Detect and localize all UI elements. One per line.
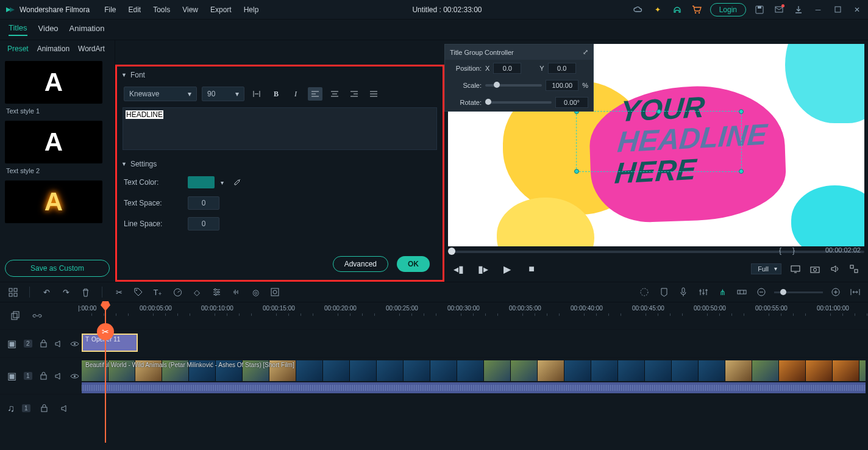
duplicate-icon[interactable]: [9, 309, 22, 323]
layout-icon[interactable]: [6, 285, 20, 299]
headset-icon[interactable]: [669, 1, 686, 18]
text-space-input[interactable]: 0: [188, 196, 219, 210]
cloud-icon[interactable]: [630, 1, 647, 18]
rotate-slider[interactable]: [485, 101, 552, 104]
mute-icon[interactable]: [55, 370, 63, 383]
align-left-icon[interactable]: [308, 87, 322, 101]
advanced-button[interactable]: Advanced: [333, 256, 388, 272]
render-icon[interactable]: [638, 285, 651, 299]
align-center-icon[interactable]: [327, 87, 342, 101]
lock-icon[interactable]: [38, 402, 51, 415]
rotate-input[interactable]: 0.00°: [555, 97, 588, 108]
subtab-wordart[interactable]: WordArt: [78, 45, 105, 53]
font-section-header[interactable]: ▼ Font: [121, 67, 438, 83]
add-text-icon[interactable]: T₊: [151, 285, 165, 299]
menu-export[interactable]: Export: [204, 5, 238, 14]
lock-icon[interactable]: [40, 370, 48, 383]
visibility-icon[interactable]: [70, 337, 79, 351]
font-family-dropdown[interactable]: Knewave ▾: [124, 87, 197, 101]
menu-tools[interactable]: Tools: [147, 5, 176, 14]
subtab-preset[interactable]: Preset: [7, 45, 29, 53]
text-color-swatch[interactable]: [188, 176, 215, 188]
login-button[interactable]: Login: [710, 3, 746, 16]
window-close-icon[interactable]: ✕: [848, 1, 866, 18]
scale-input[interactable]: 100.00: [546, 80, 578, 91]
italic-icon[interactable]: I: [288, 87, 303, 101]
volume-icon[interactable]: [829, 263, 840, 274]
zoom-slider[interactable]: [774, 291, 823, 293]
title-group-controller[interactable]: Title Group Controller ⤢ Position: X 0.0…: [444, 44, 594, 112]
selection-box[interactable]: [576, 111, 742, 172]
playhead[interactable]: ✂: [105, 302, 106, 443]
position-x-input[interactable]: 0.0: [493, 63, 521, 74]
save-as-custom-button[interactable]: Save as Custom: [5, 260, 110, 277]
preset-card-2[interactable]: A: [5, 121, 102, 163]
menu-edit[interactable]: Edit: [123, 5, 148, 14]
text-input-area[interactable]: HEADLINE: [123, 107, 437, 150]
preset-card-3[interactable]: A: [5, 180, 102, 223]
fullscreen-icon[interactable]: [848, 263, 859, 274]
redo-icon[interactable]: ↷: [59, 285, 73, 299]
ok-button[interactable]: OK: [397, 256, 430, 272]
align-justify-icon[interactable]: [366, 87, 381, 101]
collapse-icon[interactable]: ⤢: [583, 48, 588, 56]
snapshot-icon[interactable]: [809, 263, 820, 274]
settings-section-header[interactable]: ▼ Settings: [121, 156, 438, 172]
align-right-icon[interactable]: [347, 87, 361, 101]
prev-frame-icon[interactable]: ◂▮: [453, 263, 464, 274]
quality-dropdown[interactable]: Full: [751, 263, 781, 274]
snap-icon[interactable]: ⋔: [716, 285, 729, 299]
menu-file[interactable]: File: [98, 5, 122, 14]
greenscreen-icon[interactable]: [268, 285, 282, 299]
eyedropper-icon[interactable]: [230, 176, 244, 189]
save-icon[interactable]: [751, 1, 768, 18]
adjust-icon[interactable]: [210, 285, 223, 299]
bold-icon[interactable]: B: [269, 87, 283, 101]
preset-card-1[interactable]: A: [5, 61, 102, 104]
mute-icon[interactable]: [55, 337, 63, 351]
stop-icon[interactable]: ■: [526, 263, 537, 274]
play-icon[interactable]: ▶: [502, 263, 513, 274]
zoom-fit-icon[interactable]: [848, 285, 862, 299]
lock-icon[interactable]: [40, 337, 48, 351]
visibility-icon[interactable]: [70, 370, 79, 383]
cart-icon[interactable]: [688, 1, 705, 18]
mixer-icon[interactable]: [696, 285, 710, 299]
keyframe-icon[interactable]: ◎: [249, 285, 262, 299]
menu-help[interactable]: Help: [238, 5, 265, 14]
message-icon[interactable]: [770, 1, 788, 18]
audio-wave-icon[interactable]: [229, 285, 243, 299]
mute-icon[interactable]: [59, 402, 72, 415]
position-y-input[interactable]: 0.0: [548, 63, 576, 74]
cut-icon[interactable]: ✂: [112, 285, 126, 299]
display-icon[interactable]: [790, 263, 801, 274]
download-icon[interactable]: [790, 1, 807, 18]
sparkle-icon[interactable]: ✦: [649, 1, 666, 18]
marker-shield-icon[interactable]: [657, 285, 671, 299]
link-icon[interactable]: [30, 309, 44, 323]
menu-view[interactable]: View: [176, 5, 204, 14]
line-space-input[interactable]: 0: [188, 217, 219, 230]
audio-clip[interactable]: [82, 382, 866, 393]
preview-timeline[interactable]: {} 00:00:02:02: [448, 248, 864, 256]
window-maximize-icon[interactable]: [829, 1, 846, 18]
tab-video[interactable]: Video: [38, 24, 59, 35]
ripple-icon[interactable]: [735, 285, 749, 299]
zoom-in-icon[interactable]: [829, 285, 842, 299]
subtab-animation[interactable]: Animation: [37, 45, 69, 53]
character-spacing-icon[interactable]: [249, 87, 264, 101]
tag-icon[interactable]: [132, 285, 145, 299]
zoom-out-icon[interactable]: [755, 285, 768, 299]
chevron-down-icon[interactable]: ▾: [221, 179, 224, 186]
video-clip[interactable]: Beautiful World - Wild Animals (Petar Mi…: [82, 360, 866, 381]
next-frame-icon[interactable]: ▮▸: [477, 263, 488, 274]
scale-slider[interactable]: [485, 84, 542, 87]
tab-animation[interactable]: Animation: [69, 24, 105, 35]
speed-icon[interactable]: [171, 285, 184, 299]
window-minimize-icon[interactable]: ─: [809, 1, 827, 18]
undo-icon[interactable]: ↶: [40, 285, 53, 299]
mic-icon[interactable]: [677, 285, 690, 299]
scissors-icon[interactable]: ✂: [97, 323, 114, 340]
delete-icon[interactable]: [79, 285, 92, 299]
font-size-dropdown[interactable]: 90 ▾: [202, 87, 244, 101]
